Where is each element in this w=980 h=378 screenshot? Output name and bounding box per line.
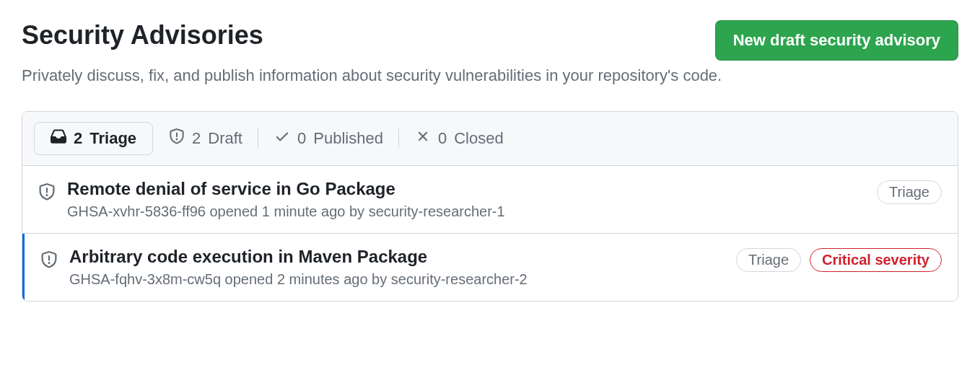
inbox-icon — [51, 128, 66, 149]
filter-published-count: 0 — [297, 129, 306, 148]
filter-bar: 2 Triage 2 Draft 0 Published 0 Closed — [22, 112, 958, 166]
filter-published[interactable]: 0 Published — [258, 123, 399, 154]
advisory-content: Arbitrary code execution in Maven Packag… — [69, 247, 725, 288]
filter-draft[interactable]: 2 Draft — [153, 123, 258, 154]
check-icon — [274, 128, 290, 149]
new-advisory-button[interactable]: New draft security advisory — [715, 20, 958, 61]
filter-published-label: Published — [313, 129, 383, 148]
advisory-row[interactable]: Remote denial of service in Go PackageGH… — [22, 166, 958, 234]
filter-draft-count: 2 — [192, 129, 201, 148]
shield-alert-icon — [38, 183, 56, 203]
severity-badge: Critical severity — [810, 248, 942, 272]
status-badge: Triage — [877, 180, 942, 204]
filter-closed-count: 0 — [438, 129, 447, 148]
filter-closed-label: Closed — [454, 129, 503, 148]
filter-triage-label: Triage — [89, 129, 136, 148]
page-title: Security Advisories — [22, 20, 263, 50]
advisory-meta: GHSA-xvhr-5836-ff96 opened 1 minute ago … — [67, 203, 865, 220]
shield-alert-icon — [40, 251, 58, 271]
advisory-badges: TriageCritical severity — [736, 248, 942, 272]
advisory-meta: GHSA-fqhv-3x8m-cw5q opened 2 minutes ago… — [69, 271, 725, 288]
advisory-title[interactable]: Arbitrary code execution in Maven Packag… — [69, 247, 725, 267]
advisory-row[interactable]: Arbitrary code execution in Maven Packag… — [22, 234, 958, 301]
advisory-title[interactable]: Remote denial of service in Go Package — [67, 179, 865, 199]
advisory-list: 2 Triage 2 Draft 0 Published 0 Closed Re… — [22, 111, 958, 302]
status-badge: Triage — [736, 248, 801, 272]
filter-closed[interactable]: 0 Closed — [399, 123, 520, 154]
filter-triage-count: 2 — [74, 129, 82, 148]
page-subtitle: Privately discuss, fix, and publish info… — [22, 66, 958, 85]
close-icon — [415, 128, 431, 149]
advisory-content: Remote denial of service in Go PackageGH… — [67, 179, 865, 220]
filter-triage[interactable]: 2 Triage — [34, 122, 153, 155]
shield-alert-icon — [169, 128, 185, 149]
advisory-badges: Triage — [877, 180, 942, 204]
filter-draft-label: Draft — [208, 129, 242, 148]
